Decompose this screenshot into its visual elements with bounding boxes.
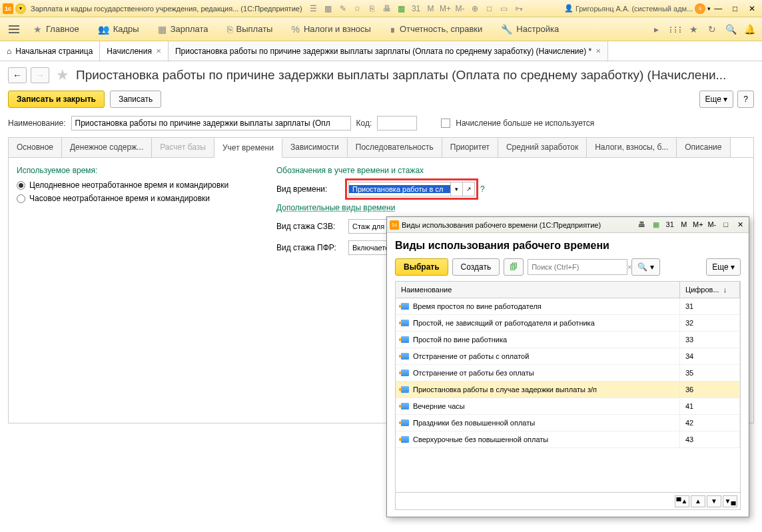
inner-tab[interactable]: Учет времени (214, 138, 282, 158)
calendar-icon[interactable]: 31 (410, 3, 422, 15)
tool-icon[interactable]: ☆ (352, 3, 364, 15)
history-icon[interactable]: ↻ (705, 22, 719, 37)
clear-search-icon[interactable]: × (627, 260, 631, 274)
code-input[interactable] (377, 116, 417, 131)
menu-item[interactable]: ▦Зарплата (149, 17, 218, 41)
current-user[interactable]: 👤 Григорьянц А.А. (системный адм... (564, 4, 693, 13)
grid-row[interactable]: Вечерние часы41 (396, 398, 740, 415)
popup-more-button[interactable]: Еще ▾ (706, 258, 741, 276)
grid-row[interactable]: Праздники без повышенной оплаты42 (396, 415, 740, 431)
select-button[interactable]: Выбрать (395, 258, 448, 276)
nav-forward-button[interactable]: → (31, 67, 49, 83)
m-icon[interactable]: M (425, 3, 437, 15)
tool-icon[interactable]: □ (484, 3, 496, 15)
menu-item[interactable]: ⎘Выплаты (218, 17, 282, 41)
unused-checkbox[interactable] (441, 119, 450, 128)
grid-row[interactable]: Сверхурочные без повышенной оплаты43 (396, 431, 740, 448)
inner-tab[interactable]: Средний заработок (498, 138, 587, 157)
grid-row[interactable]: Простой, не зависящий от работодателя и … (396, 315, 740, 332)
inner-tab[interactable]: Описание (677, 138, 730, 157)
maximize-icon[interactable]: □ (728, 3, 743, 15)
zoom-icon[interactable]: ⊕ (469, 3, 481, 15)
last-page-icon[interactable]: ▼▄ (723, 495, 737, 507)
name-input[interactable] (71, 116, 351, 131)
inner-tab[interactable]: Приоритет (442, 138, 498, 157)
m-icon[interactable]: M (678, 220, 690, 228)
menu-item[interactable]: 🔧Настройка (492, 17, 568, 41)
help-icon[interactable]: ? (480, 184, 485, 194)
inner-tab[interactable]: Денежное содерж... (62, 138, 152, 157)
col-header-code[interactable]: Цифров... ↓ (680, 282, 740, 298)
create-button[interactable]: Создать (452, 258, 500, 276)
menu-item[interactable]: ∎Отчетность, справки (380, 17, 492, 41)
tab[interactable]: ⌂Начальная страница (0, 41, 100, 61)
info-dropdown[interactable]: i (695, 3, 705, 14)
grid-row[interactable]: Отстранение от работы с оплатой34 (396, 348, 740, 365)
find-button[interactable]: 🗐 (504, 258, 524, 276)
inner-tabs: ОсновноеДенежное содерж...Расчет базыУче… (8, 137, 754, 157)
menu-item[interactable]: %Налоги и взносы (282, 17, 380, 41)
hamburger-icon[interactable] (5, 21, 23, 37)
m-minus-icon[interactable]: M- (706, 220, 718, 228)
tab-close-icon[interactable]: ✕ (156, 47, 161, 55)
open-dialog-icon[interactable]: ↗ (462, 182, 474, 196)
row-name: Отстранение от работы с оплатой (413, 352, 529, 360)
grid-row[interactable]: Приостановка работы в случае задержки вы… (396, 382, 740, 398)
nav-back-button[interactable]: ← (8, 67, 27, 83)
m-minus-icon[interactable]: M- (454, 3, 466, 15)
dropdown-arrow-icon[interactable]: ▾ (450, 182, 462, 196)
app-menu-dropdown[interactable]: ▾ (15, 3, 26, 14)
tool-icon[interactable]: ✎ (337, 3, 349, 15)
next-page-icon[interactable]: ▼ (707, 495, 721, 507)
help-button[interactable]: ? (737, 91, 754, 108)
more-button[interactable]: Еще ▾ (699, 91, 734, 108)
tool-icon[interactable]: 🖶 (636, 220, 648, 228)
tool-icon[interactable]: ☰ (308, 3, 320, 15)
more-icon[interactable]: ▸ (649, 22, 663, 37)
menu-item[interactable]: 👥Кадры (89, 17, 149, 41)
tool-icon[interactable]: ▭ (498, 3, 510, 15)
minimize-icon[interactable]: — (711, 3, 725, 15)
calendar-icon[interactable]: ▦ (650, 220, 662, 229)
grid-row[interactable]: Время простоя по вине работодателя31 (396, 298, 740, 315)
m-plus-icon[interactable]: M+ (440, 3, 452, 15)
first-page-icon[interactable]: ▀▲ (675, 495, 689, 507)
radio-full-day[interactable]: Целодневное неотработанное время и коман… (17, 180, 256, 190)
search-input[interactable] (528, 260, 627, 274)
col-header-name[interactable]: Наименование (396, 282, 680, 298)
grid-icon[interactable]: ⫶⫶⫶ (667, 22, 682, 37)
page-header: ← → ★ Приостановка работы по причине зад… (8, 67, 754, 84)
radio-hourly[interactable]: Часовое неотработанное время и командиро… (17, 194, 256, 203)
grid-row[interactable]: Отстранение от работы без оплаты35 (396, 365, 740, 382)
close-icon[interactable]: ✕ (734, 220, 746, 229)
search-icon[interactable]: 🔍 (723, 22, 738, 37)
tool-icon[interactable]: ⎘ (366, 3, 378, 15)
maximize-icon[interactable]: □ (720, 220, 732, 228)
additional-types-link[interactable]: Дополнительные виды времени (276, 203, 745, 212)
menu-label: Выплаты (236, 24, 273, 34)
menu-item[interactable]: ★Главное (24, 17, 89, 41)
inner-tab[interactable]: Основное (9, 138, 62, 157)
search-button[interactable]: 🔍 ▾ (631, 258, 659, 276)
key-icon[interactable]: 🗝 (513, 3, 525, 15)
prev-page-icon[interactable]: ▲ (691, 495, 705, 507)
time-type-dropdown[interactable]: Приостановка работы в сл ▾ ↗ (348, 182, 475, 196)
calendar-icon[interactable]: 31 (664, 220, 676, 228)
inner-tab[interactable]: Последовательность (348, 138, 442, 157)
bell-icon[interactable]: 🔔 (742, 22, 757, 37)
favorite-star-icon[interactable]: ★ (56, 67, 69, 84)
close-icon[interactable]: ✕ (745, 3, 759, 15)
inner-tab[interactable]: Налоги, взносы, б... (587, 138, 677, 157)
save-button[interactable]: Записать (110, 91, 161, 108)
tool-icon[interactable]: ▦ (322, 3, 334, 15)
inner-tab[interactable]: Зависимости (282, 138, 348, 157)
calendar-icon[interactable]: ▦ (396, 3, 408, 15)
star-icon[interactable]: ★ (686, 22, 701, 37)
grid-row[interactable]: Простой по вине работника33 (396, 332, 740, 348)
tab-close-icon[interactable]: ✕ (595, 47, 601, 55)
save-close-button[interactable]: Записать и закрыть (8, 91, 105, 108)
tab[interactable]: Начисления✕ (100, 41, 169, 61)
print-icon[interactable]: 🖶 (381, 3, 393, 15)
m-plus-icon[interactable]: M+ (692, 220, 704, 228)
tab[interactable]: Приостановка работы по причине задержки … (169, 41, 608, 61)
